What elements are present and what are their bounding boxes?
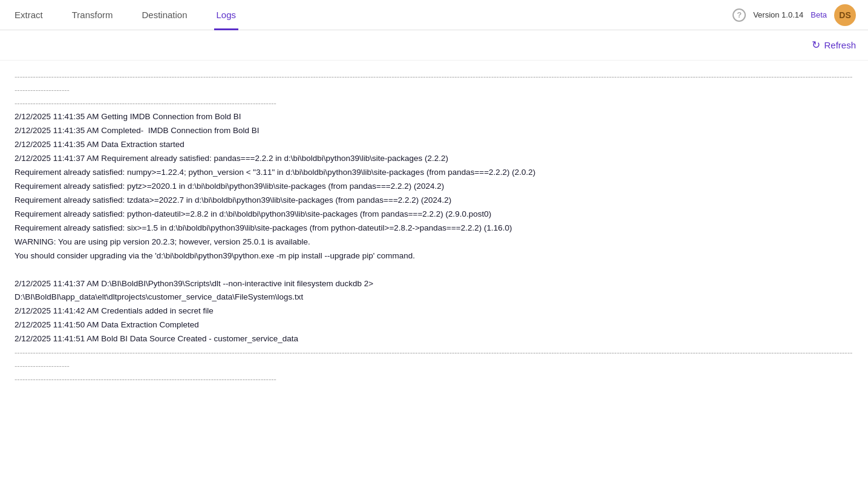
tab-destination[interactable]: Destination xyxy=(139,1,189,30)
log-line-7: Requirement already satisfied: python-da… xyxy=(15,208,853,221)
log-line-13: D:\BI\BoldBI\app_data\elt\dltprojects\cu… xyxy=(15,290,853,304)
log-line-8: Requirement already satisfied: six>=1.5 … xyxy=(15,221,853,235)
log-line-10: You should consider upgrading via the 'd… xyxy=(15,249,853,263)
log-line-5: Requirement already satisfied: pytz>=202… xyxy=(15,180,853,194)
log-line-9: WARNING: You are using pip version 20.2.… xyxy=(15,235,853,249)
refresh-button[interactable]: ↻ Refresh xyxy=(812,39,856,51)
nav-right: ? Version 1.0.14 Beta DS xyxy=(733,4,856,26)
log-line-16: 2/12/2025 11:41:51 AM Bold BI Data Sourc… xyxy=(15,332,853,346)
help-icon[interactable]: ? xyxy=(733,8,746,22)
refresh-icon: ↻ xyxy=(812,39,820,51)
separator-bottom-long: ----------------------------------------… xyxy=(15,346,853,373)
log-line-0: 2/12/2025 11:41:35 AM Getting IMDB Conne… xyxy=(15,110,853,124)
beta-badge: Beta xyxy=(811,10,827,19)
tab-logs[interactable]: Logs xyxy=(214,1,239,30)
separator-bottom-short: ----------------------------------------… xyxy=(15,373,853,386)
tab-extract[interactable]: Extract xyxy=(12,1,45,30)
separator-top-short: ----------------------------------------… xyxy=(15,97,853,110)
log-line-4: Requirement already satisfied: numpy>=1.… xyxy=(15,166,853,180)
log-line-blank xyxy=(15,263,853,277)
version-text: Version 1.0.14 xyxy=(753,10,803,19)
log-container: ----------------------------------------… xyxy=(0,61,868,396)
toolbar: ↻ Refresh xyxy=(0,30,868,61)
log-line-15: 2/12/2025 11:41:50 AM Data Extraction Co… xyxy=(15,318,853,332)
log-line-6: Requirement already satisfied: tzdata>=2… xyxy=(15,194,853,208)
log-line-1: 2/12/2025 11:41:35 AM Completed- IMDB Co… xyxy=(15,124,853,138)
nav-tabs: Extract Transform Destination Logs xyxy=(12,0,238,30)
log-line-14: 2/12/2025 11:41:42 AM Credentials added … xyxy=(15,304,853,318)
log-line-2: 2/12/2025 11:41:35 AM Data Extraction st… xyxy=(15,138,853,152)
user-avatar[interactable]: DS xyxy=(834,4,856,26)
nav-bar: Extract Transform Destination Logs ? Ver… xyxy=(0,0,868,30)
separator-top-long: ----------------------------------------… xyxy=(15,70,853,97)
log-line-12: 2/12/2025 11:41:37 AM D:\BI\BoldBI\Pytho… xyxy=(15,277,853,291)
log-line-3: 2/12/2025 11:41:37 AM Requirement alread… xyxy=(15,152,853,166)
tab-transform[interactable]: Transform xyxy=(70,1,116,30)
